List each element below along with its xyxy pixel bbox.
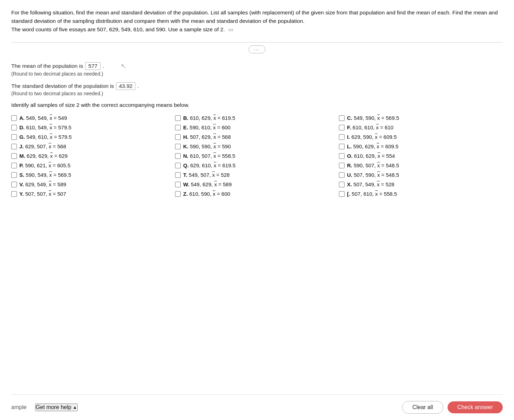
copy-icon[interactable]: ▭ bbox=[229, 27, 233, 32]
list-item: W. 549, 629, x = 589 bbox=[175, 180, 339, 189]
sample-checkbox[interactable] bbox=[339, 153, 345, 159]
sample-label: V. 629, 549, x = 589 bbox=[19, 181, 66, 187]
get-more-help-button[interactable]: Get more help ▲ bbox=[35, 403, 78, 411]
sample-checkbox[interactable] bbox=[11, 182, 17, 187]
sample-checkbox[interactable] bbox=[339, 115, 345, 121]
sample-checkbox[interactable] bbox=[339, 144, 345, 149]
sample-label: I. 629, 590, x = 609.5 bbox=[347, 134, 397, 140]
list-item: S. 590, 549, x = 569.5 bbox=[11, 170, 175, 180]
list-item: M. 629, 629, x = 629 bbox=[11, 151, 175, 161]
sample-label: D. 610, 549, x = 579.5 bbox=[19, 124, 71, 130]
sample-checkbox[interactable] bbox=[11, 144, 17, 149]
check-answer-button[interactable]: Check answer bbox=[448, 401, 503, 413]
expand-button[interactable]: ··· bbox=[249, 45, 266, 53]
sample-label: G. 549, 610, x = 579.5 bbox=[19, 134, 72, 140]
sample-label: N. 610, 507, x = 558.5 bbox=[183, 153, 235, 159]
get-more-help-label: Get more help bbox=[36, 404, 71, 411]
sample-checkbox[interactable] bbox=[11, 163, 17, 168]
stddev-line: The standard deviation of the population… bbox=[11, 82, 503, 90]
sample-checkbox[interactable] bbox=[339, 172, 345, 178]
sample-label: Y. 507, 507, x = 507 bbox=[19, 191, 66, 197]
sample-label: M. 629, 629, x = 629 bbox=[19, 153, 68, 159]
mean-round-note: (Round to two decimal places as needed.) bbox=[11, 71, 503, 77]
sample-label: X. 507, 549, x = 528 bbox=[347, 181, 394, 187]
list-item: K. 590, 590, x = 590 bbox=[175, 142, 339, 151]
mean-section: The mean of the population is 577 . ↖ (R… bbox=[11, 62, 503, 77]
stddev-round-note: (Round to two decimal places as needed.) bbox=[11, 91, 503, 96]
sample-checkbox[interactable] bbox=[175, 163, 181, 168]
list-item: N. 610, 507, x = 558.5 bbox=[175, 151, 339, 161]
sample-label: K. 590, 590, x = 590 bbox=[183, 143, 231, 149]
list-item: T. 549, 507, x = 528 bbox=[175, 170, 339, 180]
list-item: B. 610, 629, x = 619.5 bbox=[175, 113, 339, 123]
sample-checkbox[interactable] bbox=[11, 125, 17, 130]
stddev-section: The standard deviation of the population… bbox=[11, 82, 503, 96]
example-label: ample bbox=[11, 404, 27, 411]
mean-value-box[interactable]: 577 bbox=[85, 62, 101, 70]
mean-period: . bbox=[103, 63, 104, 69]
sample-checkbox[interactable] bbox=[339, 125, 345, 130]
list-item: L. 590, 629, x = 609.5 bbox=[339, 142, 503, 151]
question-subtext: The word counts of five essays are 507, … bbox=[11, 26, 225, 32]
page-container: For the following situation, find the me… bbox=[0, 0, 514, 420]
sample-checkbox[interactable] bbox=[11, 153, 17, 159]
list-item: E. 590, 610, x = 600 bbox=[175, 123, 339, 132]
sample-checkbox[interactable] bbox=[175, 172, 181, 178]
sample-checkbox[interactable] bbox=[11, 191, 17, 197]
answer-section: The mean of the population is 577 . ↖ (R… bbox=[11, 59, 503, 201]
sample-checkbox[interactable] bbox=[175, 182, 181, 187]
list-item: H. 507, 629, x = 568 bbox=[175, 132, 339, 142]
list-item: D. 610, 549, x = 579.5 bbox=[11, 123, 175, 132]
list-item: P. 590, 621, x = 605.5 bbox=[11, 161, 175, 170]
identify-instruction: Identify all samples of size 2 with the … bbox=[11, 102, 503, 108]
sample-checkbox[interactable] bbox=[175, 153, 181, 159]
sample-label: [. 507, 610, x = 558.5 bbox=[347, 191, 397, 197]
sample-label: O. 610, 629, x = 554 bbox=[347, 153, 395, 159]
list-item: C. 549, 590, x = 569.5 bbox=[339, 113, 503, 123]
list-item: R. 590, 507, x = 548.5 bbox=[339, 161, 503, 170]
cursor-indicator: ↖ bbox=[121, 62, 127, 70]
list-item: Y. 507, 507, x = 507 bbox=[11, 189, 175, 199]
sample-label: E. 590, 610, x = 600 bbox=[183, 124, 231, 130]
mean-line: The mean of the population is 577 . ↖ bbox=[11, 62, 503, 70]
clear-all-button[interactable]: Clear all bbox=[402, 401, 443, 414]
list-item: J. 629, 507, x = 568 bbox=[11, 142, 175, 151]
sample-checkbox[interactable] bbox=[175, 115, 181, 121]
sample-label: A. 549, 549, x = 549 bbox=[19, 115, 67, 121]
sample-label: F. 610, 610, x = 610 bbox=[347, 124, 393, 130]
sample-checkbox[interactable] bbox=[11, 172, 17, 178]
question-main-text: For the following situation, find the me… bbox=[11, 9, 498, 24]
sample-label: U. 507, 590, x = 548.5 bbox=[347, 172, 399, 178]
list-item: I. 629, 590, x = 609.5 bbox=[339, 132, 503, 142]
sample-label: W. 549, 629, x = 589 bbox=[183, 181, 232, 187]
sample-label: T. 549, 507, x = 528 bbox=[183, 172, 230, 178]
stddev-label: The standard deviation of the population… bbox=[11, 83, 114, 89]
list-item: G. 549, 610, x = 579.5 bbox=[11, 132, 175, 142]
sample-checkbox[interactable] bbox=[175, 125, 181, 130]
sample-checkbox[interactable] bbox=[339, 191, 345, 197]
sample-checkbox[interactable] bbox=[175, 134, 181, 140]
sample-label: C. 549, 590, x = 569.5 bbox=[347, 115, 399, 121]
list-item: X. 507, 549, x = 528 bbox=[339, 180, 503, 189]
stddev-value-box[interactable]: 43.92 bbox=[116, 82, 135, 90]
sample-checkbox[interactable] bbox=[339, 182, 345, 187]
sample-checkbox[interactable] bbox=[175, 144, 181, 149]
sample-checkbox[interactable] bbox=[175, 191, 181, 197]
get-more-help-icon: ▲ bbox=[73, 405, 77, 410]
sample-checkbox[interactable] bbox=[11, 115, 17, 121]
list-item: U. 507, 590, x = 548.5 bbox=[339, 170, 503, 180]
sample-label: R. 590, 507, x = 548.5 bbox=[347, 162, 399, 168]
sample-label: L. 590, 629, x = 609.5 bbox=[347, 143, 398, 149]
sample-label: S. 590, 549, x = 569.5 bbox=[19, 172, 71, 178]
sample-checkbox[interactable] bbox=[339, 134, 345, 140]
sample-label: J. 629, 507, x = 568 bbox=[19, 143, 66, 149]
sample-label: P. 590, 621, x = 605.5 bbox=[19, 162, 70, 168]
section-divider bbox=[11, 42, 503, 43]
sample-checkbox[interactable] bbox=[339, 163, 345, 168]
list-item: Q. 629, 610, x = 619.5 bbox=[175, 161, 339, 170]
sample-checkbox[interactable] bbox=[11, 134, 17, 140]
footer-left: ample Get more help ▲ bbox=[11, 403, 78, 411]
stddev-period: . bbox=[137, 83, 139, 89]
sample-label: H. 507, 629, x = 568 bbox=[183, 134, 231, 140]
sample-label: Z. 610, 590, x = 600 bbox=[183, 191, 230, 197]
